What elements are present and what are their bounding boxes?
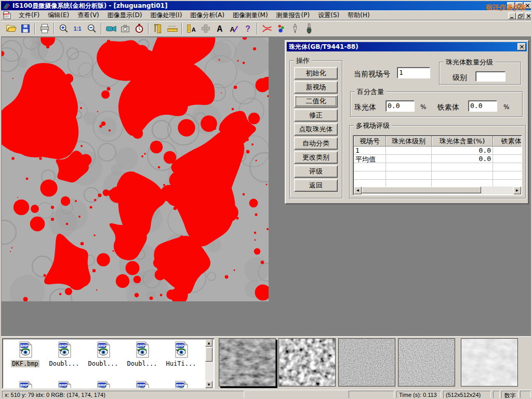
file-item-HuiTi...[interactable]: BMPHuiTi... xyxy=(162,341,201,368)
table-row-1[interactable]: 10.0 xyxy=(354,147,522,155)
op-button-6[interactable]: 自动分类 xyxy=(294,137,338,150)
child-minimize-button[interactable] xyxy=(508,12,516,19)
file-item-Doubl...[interactable]: BMPDoubl... xyxy=(84,341,123,368)
column-header-1[interactable]: 视场号 xyxy=(354,136,386,147)
table-row-3[interactable] xyxy=(354,163,522,171)
edit-annotate-button[interactable]: A xyxy=(227,22,240,35)
menu-item-5[interactable]: 图像处理(I) xyxy=(146,10,186,21)
zoom-in-icon xyxy=(58,23,70,34)
bmp-file-icon: BMP xyxy=(56,381,73,389)
measure-label-button[interactable]: A xyxy=(185,22,198,35)
zoom-out-button[interactable] xyxy=(85,22,98,35)
title-bar: IS100显微摄像系统(金相分析版) - [zhuguangti01] xyxy=(1,1,531,10)
menu-item-7[interactable]: 图像测量(M) xyxy=(229,10,272,21)
save-button[interactable] xyxy=(19,22,32,35)
window-title: IS100显微摄像系统(金相分析版) - [zhuguangti01] xyxy=(12,2,167,10)
file-item-row2[interactable]: BMP xyxy=(123,381,162,389)
menu-item-10[interactable]: 帮助(H) xyxy=(343,10,374,21)
file-item-row2[interactable]: BMP xyxy=(6,381,45,389)
op-button-1[interactable]: 初始化 xyxy=(294,67,338,79)
file-item-DKF.bmp[interactable]: BMPDKF.bmp xyxy=(6,341,45,368)
scroll-track[interactable] xyxy=(362,187,513,194)
op-button-5[interactable]: 点取珠光体 xyxy=(294,123,338,136)
table-row-4[interactable] xyxy=(354,171,522,180)
scroll-down-button[interactable]: ▼ xyxy=(205,381,212,388)
toolbar-separator xyxy=(148,23,149,34)
table-header-row: 视场号珠光体级别珠光体含量(%)铁素体含量(%) xyxy=(354,136,522,147)
column-header-4[interactable]: 铁素体含量(%) xyxy=(493,136,522,147)
draw-pen-button[interactable] xyxy=(288,22,301,35)
delete-curve-icon xyxy=(261,23,273,34)
dialog-title-bar[interactable]: 珠光体(GB/T9441-88) xyxy=(287,42,527,51)
thumbnail-4[interactable] xyxy=(398,338,455,387)
file-item-row2[interactable]: BMP xyxy=(162,381,201,389)
menu-item-9[interactable]: 设置(S) xyxy=(314,10,343,21)
thumbnail-2[interactable] xyxy=(278,338,336,387)
timer-button[interactable] xyxy=(132,22,145,35)
ruler-button[interactable] xyxy=(166,22,179,35)
table-cell xyxy=(432,171,493,180)
menu-item-8[interactable]: 测量报告(P) xyxy=(272,10,314,21)
video-capture-button[interactable] xyxy=(104,22,117,35)
child-restore-button[interactable] xyxy=(516,12,524,19)
delete-curve-button[interactable] xyxy=(260,22,273,35)
op-button-2[interactable]: 新视场 xyxy=(294,81,338,94)
op-button-7[interactable]: 更改类别 xyxy=(294,151,338,164)
help-icon: ? xyxy=(242,23,254,34)
menu-item-2[interactable]: 编辑(E) xyxy=(44,10,73,21)
thumbnail-1[interactable] xyxy=(219,338,276,387)
file-item-Doubl...[interactable]: BMPDoubl... xyxy=(123,341,162,368)
open-file-icon xyxy=(6,23,17,34)
thumbnail-3[interactable] xyxy=(338,338,395,387)
calibration-points-button[interactable] xyxy=(274,22,287,35)
file-name: Doubl... xyxy=(87,360,119,367)
file-list-scrollbar[interactable]: ▲ ▼ xyxy=(205,339,214,388)
scroll-thumb[interactable] xyxy=(205,347,212,362)
current-field-input[interactable]: 1 xyxy=(397,67,430,78)
micrograph-image[interactable] xyxy=(2,37,269,301)
file-item-Doubl...[interactable]: BMPDoubl... xyxy=(45,341,84,368)
open-file-button[interactable] xyxy=(5,22,18,35)
thumbnail-5[interactable] xyxy=(461,338,518,387)
grade-input[interactable] xyxy=(475,71,506,82)
menu-item-6[interactable]: 图像分析(A) xyxy=(186,10,229,21)
text-annotate-button[interactable]: A xyxy=(213,22,226,35)
menu-item-4[interactable]: 图像显示(D) xyxy=(103,10,147,21)
menu-item-3[interactable]: 查看(V) xyxy=(73,10,103,21)
child-close-button[interactable] xyxy=(525,12,532,19)
file-item-row2[interactable]: BMP xyxy=(84,381,123,389)
file-item-row2[interactable]: BMP xyxy=(45,381,84,389)
app-icon xyxy=(2,2,10,10)
op-button-3[interactable]: 二值化 xyxy=(294,95,338,108)
grid-cross-button[interactable] xyxy=(199,22,212,35)
scroll-left-button[interactable]: ◄ xyxy=(354,187,362,194)
scroll-up-button[interactable]: ▲ xyxy=(205,339,212,347)
fill-brush-button[interactable] xyxy=(302,22,315,35)
column-header-3[interactable]: 珠光体含量(%) xyxy=(432,136,493,147)
help-button[interactable]: ? xyxy=(241,22,254,35)
column-header-2[interactable]: 珠光体级别 xyxy=(386,136,432,147)
menu-item-1[interactable]: 文件(F) xyxy=(15,10,44,21)
ferrite-percent-input[interactable]: 0.0 xyxy=(468,100,497,112)
svg-text:BMP: BMP xyxy=(20,344,28,348)
dialog-close-button[interactable] xyxy=(517,43,526,50)
zoom-in-button[interactable] xyxy=(57,22,70,35)
rating-table[interactable]: 视场号珠光体级别珠光体含量(%)铁素体含量(%)10.0平均值0.0 ◄ ► xyxy=(353,135,522,195)
actual-size-button[interactable]: 1:1 xyxy=(71,22,84,35)
svg-text:BMP: BMP xyxy=(20,383,28,388)
op-button-4[interactable]: 修正 xyxy=(294,109,338,122)
file-name: Doubl... xyxy=(126,360,158,367)
table-horizontal-scrollbar[interactable]: ◄ ► xyxy=(354,187,521,194)
table-row-2[interactable]: 平均值0.0 xyxy=(354,155,522,163)
pearlite-label: 珠光体 xyxy=(354,103,376,112)
caliper-button[interactable] xyxy=(152,22,165,35)
camera-capture-button[interactable] xyxy=(118,22,131,35)
scroll-right-button[interactable]: ► xyxy=(513,187,521,194)
op-button-8[interactable]: 评级 xyxy=(294,165,338,178)
print-button[interactable] xyxy=(38,22,51,35)
scroll-thumb[interactable] xyxy=(362,187,481,193)
op-button-9[interactable]: 返回 xyxy=(294,179,338,192)
video-capture-icon xyxy=(105,23,117,34)
pearlite-percent-input[interactable]: 0.0 xyxy=(385,100,415,112)
svg-text:BMP: BMP xyxy=(176,383,184,388)
